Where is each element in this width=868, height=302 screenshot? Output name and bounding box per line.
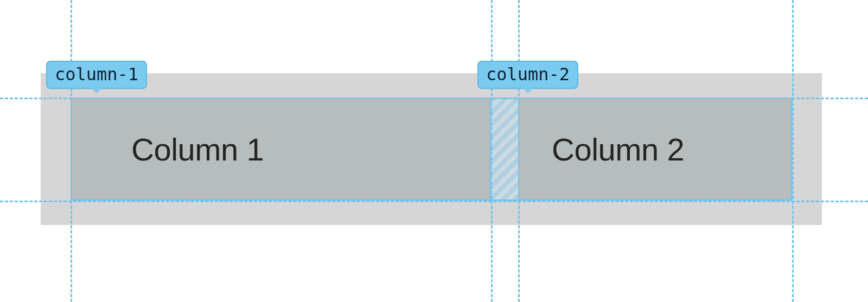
tag-column-2-text: column-2 [486, 64, 570, 85]
column-1-label: Column 1 [131, 131, 264, 168]
tag-column-1-text: column-1 [55, 64, 138, 85]
grid-gap [491, 98, 518, 201]
tag-column-1: column-1 [46, 61, 147, 89]
column-2-label: Column 2 [552, 131, 684, 168]
guide-horizontal-bottom [0, 201, 868, 202]
column-2: Column 2 [518, 98, 792, 201]
column-1: Column 1 [71, 98, 491, 201]
guide-vertical-col2-end [792, 0, 794, 302]
grid-overlay: Column 1 Column 2 [71, 98, 792, 201]
tag-column-2: column-2 [477, 61, 578, 89]
